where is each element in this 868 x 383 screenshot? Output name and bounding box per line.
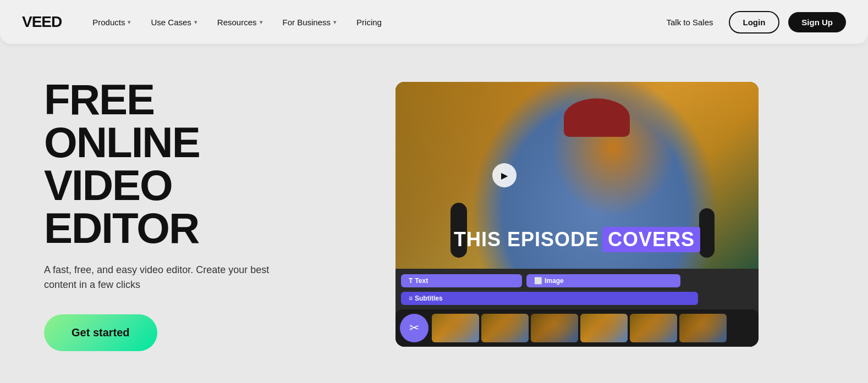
chevron-down-icon: ▾ [333,19,337,26]
nav-item-resources[interactable]: Resources ▾ [208,13,272,31]
track-row-1: T Text ⬜ Image [401,274,753,287]
caption-episode: THIS EPISODE [454,228,599,251]
hero-title: FREE ONLINE VIDEO EDITOR [44,78,308,249]
film-frame[interactable] [481,314,529,342]
video-thumbnail[interactable]: ▶ THIS EPISODE COVERS [395,82,759,269]
film-frame[interactable] [531,314,578,342]
film-frame[interactable] [679,314,727,342]
film-frame[interactable] [630,314,677,342]
nav-item-use-cases[interactable]: Use Cases ▾ [142,13,206,31]
chevron-down-icon: ▾ [260,19,263,26]
film-frame[interactable] [432,314,479,342]
signup-button[interactable]: Sign Up [788,12,846,32]
chevron-down-icon: ▾ [128,19,131,26]
nav-right: Talk to Sales Login Sign Up [660,11,846,34]
timeline-tracks: T Text ⬜ Image ≡ Subtitles [395,274,759,305]
scissors-button[interactable]: ✂ [400,314,428,342]
filmstrip: ✂ [395,309,759,347]
track-row-2: ≡ Subtitles [401,292,753,305]
hero-left: FREE ONLINE VIDEO EDITOR A fast, free, a… [44,78,330,351]
film-frames [432,314,754,342]
hero-right: ▶ THIS EPISODE COVERS T Text ⬜ [330,82,824,347]
text-track-icon: T [409,277,413,285]
red-hat [564,98,630,137]
get-started-button[interactable]: Get started [44,314,157,351]
nav-item-for-business[interactable]: For Business ▾ [274,13,346,31]
timeline-area: T Text ⬜ Image ≡ Subtitles [395,269,759,347]
logo[interactable]: VEED [22,13,62,31]
text-track[interactable]: T Text [401,274,522,287]
nav-links: Products ▾ Use Cases ▾ Resources ▾ For B… [84,13,660,31]
film-frame[interactable] [580,314,628,342]
play-button[interactable]: ▶ [492,163,517,187]
video-preview: ▶ THIS EPISODE COVERS T Text ⬜ [395,82,759,347]
hero-subtitle: A fast, free, and easy video editor. Cre… [44,263,275,292]
image-track-icon: ⬜ [534,277,542,285]
subtitles-track[interactable]: ≡ Subtitles [401,292,698,305]
nav-item-pricing[interactable]: Pricing [348,13,391,31]
microphone-right [699,208,715,258]
nav-item-products[interactable]: Products ▾ [84,13,140,31]
video-caption: THIS EPISODE COVERS [454,227,700,252]
talk-to-sales-link[interactable]: Talk to Sales [660,13,719,31]
chevron-down-icon: ▾ [194,19,197,26]
caption-covers: COVERS [602,227,700,252]
login-button[interactable]: Login [729,11,780,34]
navbar: VEED Products ▾ Use Cases ▾ Resources ▾ … [0,0,868,44]
image-track[interactable]: ⬜ Image [526,274,680,287]
subtitles-track-icon: ≡ [409,295,413,302]
hero-section: FREE ONLINE VIDEO EDITOR A fast, free, a… [0,44,868,374]
